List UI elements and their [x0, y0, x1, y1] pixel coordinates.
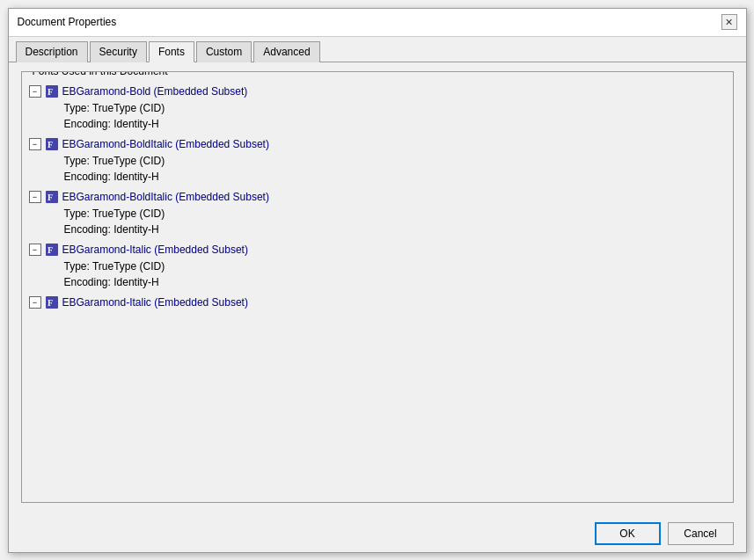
font-name: EBGaramond-Italic (Embedded Subset): [62, 296, 248, 309]
svg-text:F: F: [48, 245, 53, 255]
font-encoding: Encoding: Identity-H: [64, 276, 729, 288]
font-node: − F EBGaramond-Italic (Embedded Subset)T…: [29, 243, 729, 288]
font-icon: F: [45, 84, 59, 98]
font-type: Type: TrueType (CID): [64, 155, 729, 167]
svg-text:F: F: [48, 87, 53, 97]
svg-text:F: F: [48, 193, 53, 202]
font-type: Type: TrueType (CID): [64, 260, 729, 273]
font-node-header[interactable]: − F EBGaramond-BoldItalic (Embedded Subs…: [29, 190, 729, 204]
font-node: − F EBGaramond-Bold (Embedded Subset)Typ…: [29, 84, 729, 130]
font-details: Type: TrueType (CID)Encoding: Identity-H: [64, 155, 729, 183]
font-icon: F: [45, 243, 59, 257]
close-button[interactable]: ✕: [721, 14, 737, 30]
font-encoding: Encoding: Identity-H: [64, 223, 729, 236]
ok-button[interactable]: OK: [595, 522, 661, 545]
svg-text:F: F: [48, 298, 53, 308]
tab-custom[interactable]: Custom: [196, 41, 252, 62]
title-bar: Document Properties ✕: [9, 9, 746, 37]
tabs-bar: Description Security Fonts Custom Advanc…: [9, 37, 746, 62]
font-icon: F: [45, 295, 59, 309]
group-box-label: Fonts Used in this Document: [29, 71, 172, 77]
collapse-button[interactable]: −: [29, 244, 41, 256]
tab-advanced[interactable]: Advanced: [253, 41, 319, 62]
font-details: Type: TrueType (CID)Encoding: Identity-H: [64, 260, 729, 288]
bottom-buttons: OK Cancel: [9, 515, 746, 552]
font-name: EBGaramond-BoldItalic (Embedded Subset): [62, 191, 269, 203]
font-node-header[interactable]: − F EBGaramond-Italic (Embedded Subset): [29, 243, 729, 257]
fonts-tree[interactable]: − F EBGaramond-Bold (Embedded Subset)Typ…: [22, 79, 733, 502]
font-type: Type: TrueType (CID): [64, 207, 729, 220]
content-area: Fonts Used in this Document − F EBGaramo…: [9, 62, 746, 515]
font-type: Type: TrueType (CID): [64, 102, 729, 114]
font-encoding: Encoding: Identity-H: [64, 171, 729, 183]
font-node: − F EBGaramond-BoldItalic (Embedded Subs…: [29, 190, 729, 236]
font-encoding: Encoding: Identity-H: [64, 118, 729, 130]
tab-fonts[interactable]: Fonts: [149, 41, 194, 62]
collapse-button[interactable]: −: [29, 191, 41, 203]
font-name: EBGaramond-Italic (Embedded Subset): [62, 244, 248, 256]
tab-security[interactable]: Security: [90, 41, 147, 62]
font-details: Type: TrueType (CID)Encoding: Identity-H: [64, 102, 729, 130]
document-properties-dialog: Document Properties ✕ Description Securi…: [8, 8, 747, 553]
font-node: − F EBGaramond-Italic (Embedded Subset): [29, 295, 729, 309]
font-icon: F: [45, 190, 59, 204]
font-name: EBGaramond-Bold (Embedded Subset): [62, 85, 248, 98]
font-node-header[interactable]: − F EBGaramond-Bold (Embedded Subset): [29, 84, 729, 98]
collapse-button[interactable]: −: [29, 85, 41, 98]
dialog-title: Document Properties: [18, 16, 117, 28]
font-name: EBGaramond-BoldItalic (Embedded Subset): [62, 138, 269, 150]
tab-description[interactable]: Description: [16, 41, 88, 62]
collapse-button[interactable]: −: [29, 138, 41, 150]
font-node-header[interactable]: − F EBGaramond-BoldItalic (Embedded Subs…: [29, 137, 729, 151]
font-node-header[interactable]: − F EBGaramond-Italic (Embedded Subset): [29, 295, 729, 309]
font-details: Type: TrueType (CID)Encoding: Identity-H: [64, 207, 729, 236]
collapse-button[interactable]: −: [29, 296, 41, 309]
svg-text:F: F: [48, 140, 53, 149]
fonts-group-box: Fonts Used in this Document − F EBGaramo…: [21, 71, 734, 503]
font-icon: F: [45, 137, 59, 151]
cancel-button[interactable]: Cancel: [668, 522, 734, 545]
font-node: − F EBGaramond-BoldItalic (Embedded Subs…: [29, 137, 729, 183]
